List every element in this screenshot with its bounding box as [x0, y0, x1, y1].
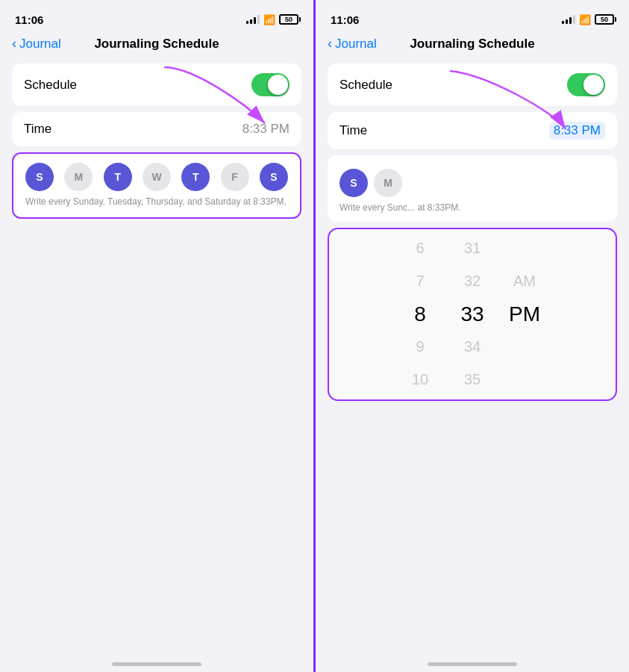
- schedule-label-right: Schedule: [339, 78, 392, 93]
- picker-ampm-column: AM PM: [498, 232, 551, 396]
- day-wednesday-left[interactable]: W: [143, 163, 171, 191]
- schedule-row-right: Schedule: [328, 63, 617, 106]
- schedule-card-right: Schedule: [328, 63, 617, 106]
- status-icons-left: 📶 50: [246, 14, 298, 25]
- time-row-left: Time 8:33 PM: [12, 112, 301, 146]
- status-time-right: 11:06: [331, 13, 359, 26]
- day-friday-left[interactable]: F: [221, 163, 249, 191]
- back-label-right: Journal: [335, 37, 377, 52]
- schedule-toggle-left[interactable]: [251, 73, 290, 96]
- nav-header-right: ‹ Journal Journaling Schedule: [316, 33, 629, 57]
- page-title-left: Journaling Schedule: [94, 37, 219, 52]
- toggle-knob-right: [583, 75, 604, 95]
- time-picker-card[interactable]: 6 7 8 9 10 31 32 33 34 35 AM: [328, 228, 617, 401]
- time-value-left: 8:33 PM: [242, 122, 290, 137]
- schedule-note-right: Write every Sunc... at 8:33PM.: [339, 197, 605, 214]
- content-right: Schedule Time 8:33 PM S M Write every Su…: [316, 57, 629, 407]
- signal-icon-right: [562, 15, 575, 24]
- nav-header-left: ‹ Journal Journaling Schedule: [0, 33, 313, 57]
- time-label-right: Time: [339, 123, 367, 138]
- signal-icon-left: [246, 15, 260, 24]
- schedule-note-left: Write every Sunday, Tuesday, Thursday, a…: [25, 191, 288, 208]
- chevron-left-icon-right: ‹: [328, 36, 332, 52]
- picker-hour-7[interactable]: 7: [394, 265, 446, 298]
- day-monday-right[interactable]: M: [374, 169, 402, 197]
- time-value-right[interactable]: 8:33 PM: [549, 122, 605, 140]
- schedule-card-left: Schedule: [12, 63, 301, 106]
- right-phone-screen: 11:06 📶 50 ‹ Journal Journaling Schedule…: [316, 0, 629, 672]
- time-row-right: Time 8:33 PM: [328, 112, 617, 149]
- status-bar-left: 11:06 📶 50: [0, 0, 313, 33]
- days-partial-card-right: S M Write every Sunc... at 8:33PM.: [328, 155, 617, 222]
- picker-hour-8[interactable]: 8: [394, 298, 446, 331]
- days-row-left: S M T W T F S: [25, 163, 288, 191]
- days-card-left: S M T W T F S Write every Sunday, Tuesda…: [12, 152, 301, 219]
- schedule-row-left: Schedule: [12, 63, 301, 106]
- home-indicator-left: [112, 662, 201, 666]
- wifi-icon-left: 📶: [263, 14, 275, 25]
- time-label-left: Time: [24, 122, 51, 137]
- schedule-toggle-right[interactable]: [567, 73, 605, 96]
- wifi-icon-right: 📶: [579, 14, 591, 25]
- picker-min-31[interactable]: 31: [446, 232, 498, 265]
- day-saturday-left[interactable]: S: [260, 163, 288, 191]
- toggle-knob-left: [268, 75, 288, 95]
- day-sunday-right[interactable]: S: [339, 169, 368, 197]
- picker-pm[interactable]: PM: [509, 298, 540, 331]
- time-card-left: Time 8:33 PM: [12, 112, 301, 146]
- schedule-label-left: Schedule: [24, 78, 77, 93]
- content-left: Schedule Time 8:33 PM S M T W T F S: [0, 57, 313, 229]
- picker-min-32[interactable]: 32: [446, 265, 498, 298]
- left-phone-screen: 11:06 📶 50 ‹ Journal Journaling Schedule…: [0, 0, 313, 672]
- back-button-right[interactable]: ‹ Journal: [328, 36, 377, 52]
- battery-icon-left: 50: [279, 14, 298, 25]
- picker-hour-10[interactable]: 10: [394, 364, 446, 396]
- picker-am[interactable]: AM: [513, 265, 536, 298]
- day-tuesday-left[interactable]: T: [104, 163, 132, 191]
- back-label-left: Journal: [19, 37, 61, 52]
- picker-min-35[interactable]: 35: [446, 364, 498, 396]
- time-card-right: Time 8:33 PM: [328, 112, 617, 149]
- picker-hour-9[interactable]: 9: [394, 331, 446, 364]
- back-button-left[interactable]: ‹ Journal: [12, 36, 61, 52]
- picker-min-34[interactable]: 34: [446, 331, 498, 364]
- status-time-left: 11:06: [15, 13, 43, 26]
- day-monday-left[interactable]: M: [64, 163, 93, 191]
- day-thursday-left[interactable]: T: [181, 163, 210, 191]
- page-title-right: Journaling Schedule: [410, 37, 534, 52]
- chevron-left-icon: ‹: [12, 36, 16, 52]
- status-icons-right: 📶 50: [562, 14, 614, 25]
- status-bar-right: 11:06 📶 50: [316, 0, 629, 33]
- picker-row: 6 7 8 9 10 31 32 33 34 35 AM: [329, 232, 616, 396]
- days-row-right-partial: S M: [339, 163, 605, 197]
- picker-minutes-column: 31 32 33 34 35: [446, 232, 498, 396]
- day-sunday-left[interactable]: S: [25, 163, 54, 191]
- home-indicator-right: [428, 662, 517, 666]
- picker-hour-6[interactable]: 6: [394, 232, 446, 265]
- battery-icon-right: 50: [595, 14, 614, 25]
- picker-hours-column: 6 7 8 9 10: [394, 232, 446, 396]
- picker-min-33[interactable]: 33: [446, 298, 498, 331]
